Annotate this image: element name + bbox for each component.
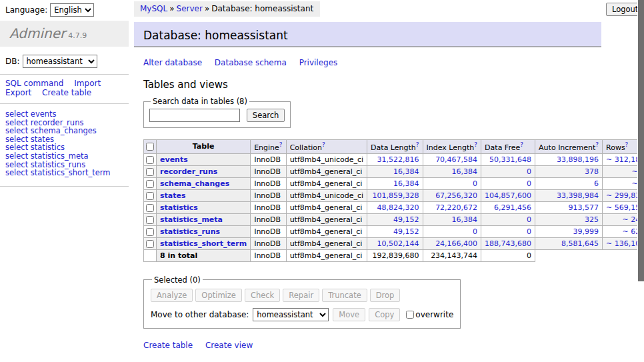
database-actions: Alter database Database schema Privilege… — [143, 58, 610, 67]
overwrite-checkbox[interactable] — [406, 311, 414, 319]
value-link[interactable]: 70,467,584 — [435, 155, 477, 164]
cell-engine: InnoDB — [251, 237, 286, 249]
database-schema-link[interactable]: Database schema — [215, 58, 287, 67]
sidebar-select-link[interactable]: select events — [5, 110, 123, 119]
value-link[interactable]: 16,384 — [452, 215, 478, 224]
cell-data_length: 16,384 — [367, 177, 423, 189]
table-name-link[interactable]: states — [160, 191, 186, 200]
analyze-button[interactable]: Analyze — [151, 289, 193, 302]
breadcrumb-link-server[interactable]: Server — [177, 4, 203, 13]
table-name-link[interactable]: schema_changes — [160, 179, 229, 188]
drop-button[interactable]: Drop — [370, 289, 401, 302]
total-name: 8 in total — [157, 249, 251, 261]
help-link[interactable]: ? — [322, 141, 325, 148]
value-link[interactable]: 50,331,648 — [489, 155, 531, 164]
help-link[interactable]: ? — [279, 141, 283, 148]
table-total-row: 8 in totalInnoDButf8mb4_general_ci192,83… — [144, 249, 644, 261]
value-link[interactable]: 49,152 — [393, 227, 419, 236]
value-link[interactable]: 6,291,456 — [494, 203, 531, 212]
table-name-link[interactable]: statistics_runs — [160, 227, 220, 236]
value-link[interactable]: 16,384 — [452, 167, 478, 176]
table-name-link[interactable]: recorder_runs — [160, 167, 217, 176]
value-link[interactable]: 6 — [594, 179, 599, 188]
cell-auto_increment: 33,398,984 — [535, 189, 603, 201]
value-link[interactable]: 0 — [473, 227, 477, 236]
help-link[interactable]: ? — [520, 141, 523, 148]
row-checkbox[interactable] — [146, 240, 154, 248]
value-link[interactable]: 188,743,680 — [485, 239, 531, 248]
search-button[interactable]: Search — [247, 109, 285, 122]
check-button[interactable]: Check — [245, 289, 280, 302]
value-link[interactable]: 72,220,672 — [435, 203, 477, 212]
help-link[interactable]: ? — [595, 141, 599, 148]
row-checkbox[interactable] — [146, 192, 154, 200]
copy-button[interactable]: Copy — [369, 308, 400, 321]
value-link[interactable]: 913,577 — [569, 203, 599, 212]
create-view-link[interactable]: Create view — [205, 341, 253, 350]
sidebar-select-link[interactable]: select schema_changes — [5, 127, 123, 135]
column-header-auto_increment: Auto Increment? — [535, 140, 603, 154]
value-link[interactable]: 39,999 — [573, 227, 599, 236]
row-checkbox[interactable] — [146, 228, 154, 236]
value-link[interactable]: 104,857,600 — [485, 191, 531, 200]
sidebar-select-link[interactable]: select statistics_meta — [5, 152, 123, 161]
search-input[interactable] — [149, 109, 240, 122]
table-name-link[interactable]: statistics — [160, 203, 198, 212]
cell-name: schema_changes — [157, 177, 251, 189]
alter-database-link[interactable]: Alter database — [143, 58, 202, 67]
value-link[interactable]: 49,152 — [393, 215, 419, 224]
privileges-link[interactable]: Privileges — [299, 58, 338, 67]
truncate-button[interactable]: Truncate — [322, 289, 367, 302]
cell-collation: utf8mb4_general_ci — [286, 177, 367, 189]
repair-button[interactable]: Repair — [283, 289, 319, 302]
cell-data_free: 6,291,456 — [481, 201, 535, 213]
value-link[interactable]: 0 — [473, 179, 477, 188]
db-select[interactable]: homeassistant — [23, 55, 97, 68]
help-link[interactable]: ? — [474, 141, 477, 148]
value-link[interactable]: 378 — [585, 167, 599, 176]
language-select[interactable]: English — [50, 3, 94, 17]
value-link[interactable]: 67,256,320 — [435, 191, 477, 200]
overwrite-option: overwrite — [406, 310, 453, 319]
value-link[interactable]: 0 — [527, 227, 531, 236]
value-link[interactable]: 24,166,400 — [435, 239, 477, 248]
value-link[interactable]: 325 — [585, 215, 599, 224]
value-link[interactable]: 31,522,816 — [377, 155, 419, 164]
create-table-link[interactable]: Create table — [143, 341, 193, 350]
move-button[interactable]: Move — [333, 308, 365, 321]
table-name-link[interactable]: statistics_meta — [160, 215, 223, 224]
help-link[interactable]: ? — [625, 141, 629, 148]
value-link[interactable]: 8,581,645 — [561, 239, 599, 248]
row-checkbox[interactable] — [146, 204, 154, 212]
sidebar-link-sql-command[interactable]: SQL command — [5, 79, 63, 88]
move-database-select[interactable]: homeassistant — [253, 308, 329, 321]
value-link[interactable]: 101,859,328 — [373, 191, 419, 200]
row-checkbox[interactable] — [146, 156, 154, 164]
vertical-scrollbar[interactable] — [637, 0, 644, 362]
row-checkbox[interactable] — [146, 168, 154, 176]
adminer-logo[interactable]: Adminer — [9, 25, 65, 41]
value-link[interactable]: 16,384 — [393, 167, 419, 176]
row-checkbox[interactable] — [146, 216, 154, 224]
value-link[interactable]: 16,384 — [393, 179, 419, 188]
select-all-checkbox[interactable] — [146, 143, 154, 151]
table-name-link[interactable]: events — [160, 155, 188, 164]
sidebar-link-create-table[interactable]: Create table — [42, 88, 91, 97]
scrollbar-thumb[interactable] — [638, 0, 644, 281]
optimize-button[interactable]: Optimize — [195, 289, 242, 302]
value-link[interactable]: 33,398,984 — [557, 191, 599, 200]
value-link[interactable]: 0 — [527, 179, 531, 188]
table-name-link[interactable]: statistics_short_term — [160, 239, 247, 248]
value-link[interactable]: 48,824,320 — [377, 203, 419, 212]
sidebar-select-link[interactable]: select statistics_short_term — [5, 169, 123, 177]
sidebar-link-import[interactable]: Import — [74, 79, 101, 88]
value-link[interactable]: 10,502,144 — [377, 239, 419, 248]
cell-name: events — [157, 153, 251, 165]
value-link[interactable]: 0 — [527, 167, 531, 176]
value-link[interactable]: 33,898,196 — [557, 155, 599, 164]
help-link[interactable]: ? — [416, 141, 419, 148]
breadcrumb-link-mysql[interactable]: MySQL — [140, 4, 167, 13]
sidebar-link-export[interactable]: Export — [5, 88, 31, 97]
row-checkbox[interactable] — [146, 180, 154, 188]
value-link[interactable]: 0 — [527, 215, 531, 224]
